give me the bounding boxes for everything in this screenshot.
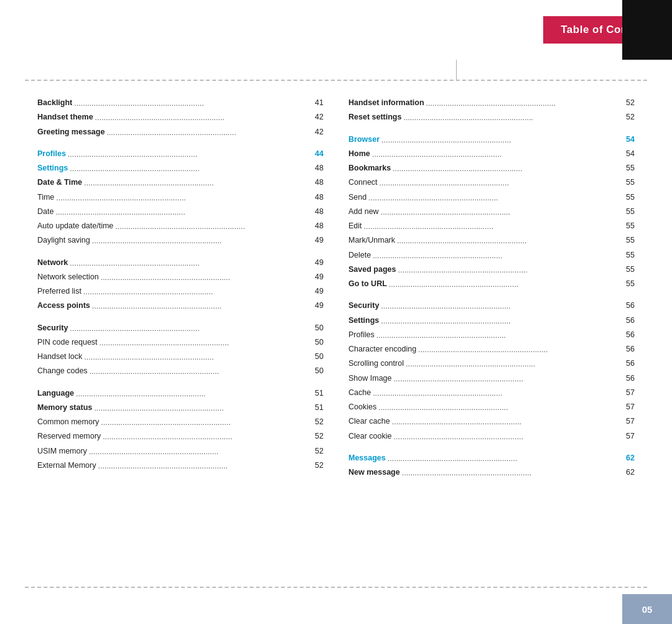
toc-entry: Common memory...........................… <box>37 416 324 429</box>
toc-entry: Access points...........................… <box>37 299 324 312</box>
vertical-line <box>456 60 457 80</box>
toc-entry: Go to URL...............................… <box>348 277 635 291</box>
toc-entry: Mark/Unmark.............................… <box>348 234 635 247</box>
toc-label: Handset lock <box>37 350 82 363</box>
toc-label: Scrolling control <box>348 357 404 370</box>
toc-entry: PIN code request........................… <box>37 336 324 349</box>
header-area: Table of Contents <box>436 0 672 60</box>
toc-page: 52 <box>311 459 324 472</box>
toc-page: 55 <box>622 277 635 291</box>
toc-dots: ........................................… <box>70 162 309 175</box>
toc-dots: ........................................… <box>103 431 309 444</box>
toc-page: 50 <box>311 336 324 349</box>
toc-page: 54 <box>622 147 635 161</box>
toc-label: Security <box>348 299 379 312</box>
toc-dots: ........................................… <box>373 387 620 400</box>
toc-entry: Saved pages.............................… <box>348 263 635 276</box>
toc-label: Auto update date/time <box>37 220 113 233</box>
toc-page: 44 <box>311 147 324 161</box>
toc-dots: ........................................… <box>397 235 620 248</box>
toc-dots: ........................................… <box>393 431 620 444</box>
toc-page: 48 <box>311 220 324 233</box>
toc-dots: ........................................… <box>94 402 309 415</box>
toc-entry: Handset lock............................… <box>37 350 324 363</box>
right-column: Handset information.....................… <box>348 96 635 574</box>
toc-page: 50 <box>311 322 324 335</box>
toc-page: 55 <box>622 162 635 175</box>
toc-page: 42 <box>311 126 324 139</box>
toc-label: Bookmarks <box>348 162 391 175</box>
toc-dots: ........................................… <box>388 452 620 465</box>
toc-dots: ........................................… <box>380 177 620 190</box>
toc-dots: ........................................… <box>106 126 309 139</box>
toc-dots: ........................................… <box>381 300 620 313</box>
toc-label: Add new <box>348 205 379 218</box>
toc-dots: ........................................… <box>101 271 309 284</box>
toc-label: Show Image <box>348 372 391 385</box>
toc-entry: Profiles................................… <box>348 328 635 342</box>
toc-label: PIN code request <box>37 336 98 349</box>
toc-spacer <box>37 249 324 256</box>
toc-label: Edit <box>348 220 362 233</box>
toc-label: New message <box>348 466 400 479</box>
toc-page: 48 <box>311 162 324 175</box>
toc-page: 52 <box>311 445 324 458</box>
toc-label: Clear cookie <box>348 430 391 443</box>
toc-dots: ........................................… <box>389 278 620 291</box>
toc-entry: Handset information.....................… <box>348 96 635 109</box>
toc-dots: ........................................… <box>373 249 620 263</box>
toc-dots: ........................................… <box>381 206 620 219</box>
toc-entry: Bookmarks...............................… <box>348 162 635 175</box>
toc-label: Cookies <box>348 401 376 414</box>
toc-entry: Greeting message........................… <box>37 126 324 139</box>
toc-spacer <box>348 292 635 299</box>
toc-page: 56 <box>622 343 635 356</box>
toc-label: Change codes <box>37 365 88 378</box>
toc-page: 48 <box>311 176 324 189</box>
toc-label: Backlight <box>37 96 72 109</box>
toc-page: 55 <box>622 234 635 247</box>
toc-entry: Send....................................… <box>348 191 635 204</box>
toc-label: Preferred list <box>37 285 82 298</box>
toc-dots: ........................................… <box>376 329 620 342</box>
toc-dots: ........................................… <box>84 351 309 364</box>
toc-dots: ........................................… <box>364 220 620 233</box>
toc-entry: Edit....................................… <box>348 220 635 233</box>
toc-entry: Clear cache.............................… <box>348 415 635 428</box>
toc-entry: Clear cookie............................… <box>348 430 635 443</box>
toc-label: Reset settings <box>348 111 401 124</box>
toc-dots: ........................................… <box>92 235 309 248</box>
toc-spacer <box>37 140 324 147</box>
toc-dots: ........................................… <box>56 192 309 205</box>
toc-entry: Network.................................… <box>37 256 324 269</box>
toc-page: 52 <box>622 96 635 109</box>
toc-dots: ........................................… <box>378 401 620 414</box>
toc-entry: Security................................… <box>37 322 324 335</box>
toc-dots: ........................................… <box>55 206 309 219</box>
toc-entry: Date & Time.............................… <box>37 176 324 189</box>
toc-entry: Add new.................................… <box>348 205 635 218</box>
toc-page: 55 <box>622 220 635 233</box>
toc-page: 54 <box>622 133 635 146</box>
toc-dots: ........................................… <box>89 445 309 459</box>
toc-entry: External Memory.........................… <box>37 459 324 472</box>
toc-page: 55 <box>622 249 635 262</box>
toc-dots: ........................................… <box>403 111 620 124</box>
toc-entry: Security................................… <box>348 299 635 312</box>
toc-entry: Show Image..............................… <box>348 372 635 385</box>
toc-page: 49 <box>311 271 324 284</box>
toc-entry: Daylight saving.........................… <box>37 234 324 247</box>
toc-spacer <box>37 314 324 322</box>
toc-spacer <box>348 126 635 133</box>
toc-page: 57 <box>622 401 635 414</box>
toc-dots: ........................................… <box>95 111 309 124</box>
toc-entry: Browser.................................… <box>348 133 635 146</box>
toc-label: Network <box>37 256 68 269</box>
toc-label: Profiles <box>37 147 66 161</box>
toc-page: 52 <box>311 416 324 429</box>
toc-entry: Reset settings..........................… <box>348 111 635 124</box>
toc-dots: ........................................… <box>98 460 309 473</box>
toc-dots: ........................................… <box>393 162 620 175</box>
left-column: Backlight...............................… <box>37 96 324 574</box>
toc-label: Messages <box>348 452 386 465</box>
